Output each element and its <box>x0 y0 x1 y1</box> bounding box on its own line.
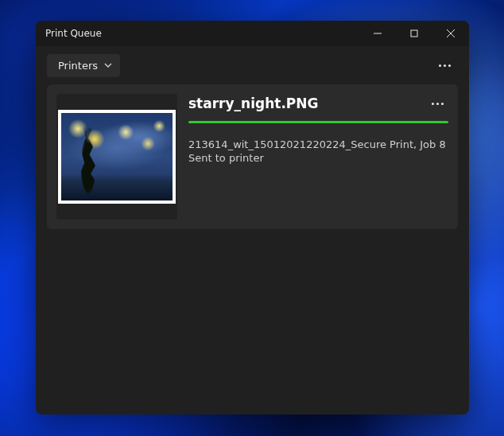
window-controls <box>359 21 469 46</box>
job-thumbnail <box>58 110 176 204</box>
job-info: starry_night.PNG 213614_wit_150120212202… <box>188 94 448 220</box>
job-thumbnail-frame <box>56 94 177 220</box>
titlebar: Print Queue <box>36 21 469 46</box>
toolbar-more-button[interactable] <box>431 53 458 78</box>
toolbar: Printers <box>36 46 469 84</box>
print-queue-window: Print Queue Printers <box>36 21 469 415</box>
printers-dropdown[interactable]: Printers <box>47 54 120 77</box>
more-horizontal-icon <box>432 103 444 105</box>
minimize-button[interactable] <box>359 21 396 46</box>
window-title: Print Queue <box>45 28 102 39</box>
chevron-down-icon <box>104 61 112 69</box>
print-job-card[interactable]: starry_night.PNG 213614_wit_150120212202… <box>47 84 458 229</box>
printers-dropdown-label: Printers <box>58 60 98 72</box>
job-progress-bar <box>188 121 448 123</box>
job-status: Sent to printer <box>188 152 448 164</box>
svg-rect-1 <box>411 30 417 37</box>
more-horizontal-icon <box>439 64 451 67</box>
maximize-button[interactable] <box>396 21 432 46</box>
job-filename: starry_night.PNG <box>188 95 448 111</box>
job-list: starry_night.PNG 213614_wit_150120212202… <box>36 84 469 415</box>
job-meta: 213614_wit_15012021220224_Secure Print, … <box>188 138 448 152</box>
close-button[interactable] <box>432 21 469 46</box>
job-more-button[interactable] <box>425 92 450 115</box>
